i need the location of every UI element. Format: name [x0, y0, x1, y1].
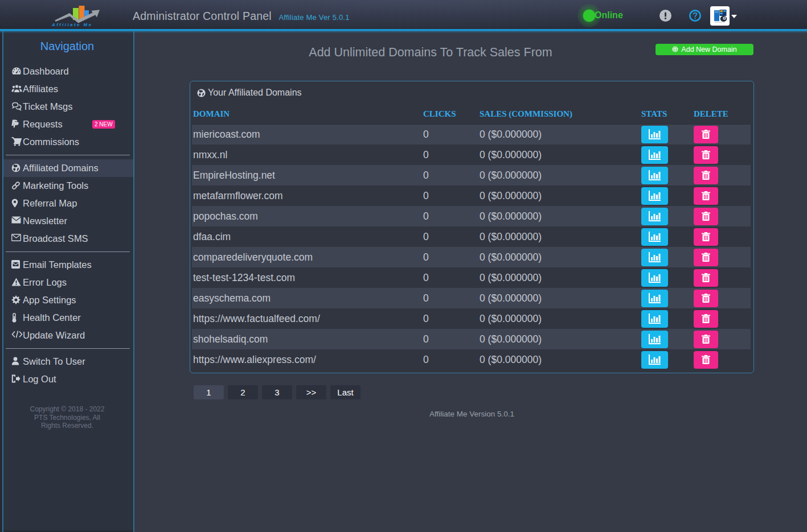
svg-text:Affiliate Me: Affiliate Me [51, 22, 92, 27]
